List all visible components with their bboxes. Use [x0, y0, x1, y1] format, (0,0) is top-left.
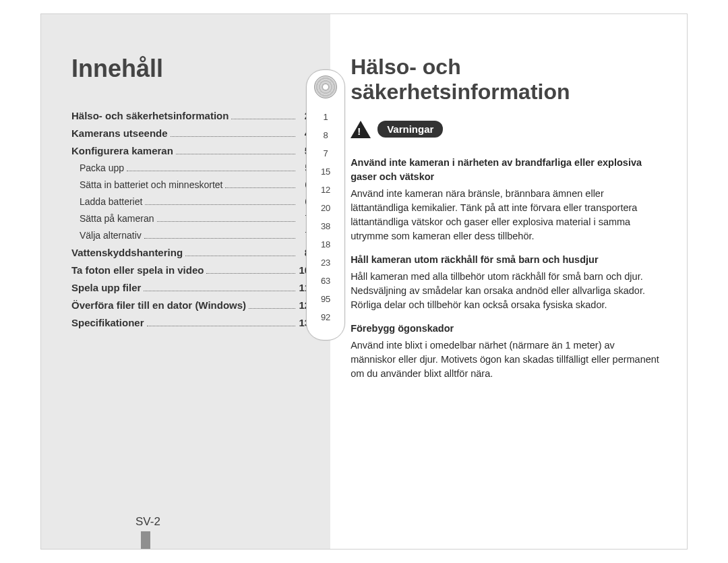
toc-label: Överföra filer till en dator (Windows)	[71, 299, 246, 311]
toc-leader-dots	[249, 301, 295, 309]
warning-pill: Varningar	[377, 121, 443, 138]
bookmark-number[interactable]: 7	[324, 148, 328, 158]
section-body: Använd inte kameran nära bränsle, brännb…	[351, 187, 660, 243]
toc-leader-dots	[147, 318, 296, 326]
toc-label: Spela upp filer	[71, 282, 141, 293]
bookmark-number[interactable]: 23	[321, 258, 330, 268]
bookmark-number[interactable]: 12	[321, 185, 330, 195]
toc-leader-dots	[176, 146, 295, 154]
toc-label: Sätta in batteriet och minneskortet	[80, 179, 222, 190]
toc-label: Packa upp	[80, 162, 124, 173]
section-heading: Håll kameran utom räckhåll för små barn …	[351, 253, 660, 267]
bookmark-number[interactable]: 18	[321, 239, 330, 249]
toc-row[interactable]: Överföra filer till en dator (Windows)12	[71, 299, 310, 312]
toc-row[interactable]: Hälso- och säkerhetsinformation2	[71, 110, 310, 122]
body-text: Använd inte kameran i närheten av brandf…	[351, 156, 660, 381]
bookmark-number[interactable]: 95	[321, 294, 330, 304]
bookmark-number[interactable]: 15	[321, 167, 330, 177]
toc-label: Ladda batteriet	[80, 196, 142, 207]
content-title: Hälso- och säkerhetsinformation	[351, 55, 660, 105]
toc-label: Hälso- och säkerhetsinformation	[71, 110, 229, 121]
section-body: Använd inte blixt i omedelbar närhet (nä…	[351, 338, 660, 381]
toc-leader-dots	[144, 283, 295, 291]
toc-leader-dots	[171, 129, 296, 137]
content-panel: Hälso- och säkerhetsinformation ! Varnin…	[330, 14, 687, 549]
bookmark-number[interactable]: 20	[321, 203, 330, 213]
toc-label: Vattenskyddshantering	[71, 247, 183, 258]
toc-row[interactable]: Vattenskyddshantering8	[71, 247, 310, 259]
toc-leader-dots	[231, 111, 295, 119]
page-tab	[141, 531, 150, 549]
toc-label: Specifikationer	[71, 317, 144, 328]
toc-leader-dots	[145, 198, 295, 205]
bookmark-strip: 187151220381823639592	[306, 69, 345, 340]
toc-row[interactable]: Ladda batteriet6	[71, 196, 310, 208]
toc-row[interactable]: Packa upp5	[71, 162, 310, 174]
bookmark-number[interactable]: 1	[324, 112, 328, 122]
toc-leader-dots	[225, 181, 295, 188]
toc-row[interactable]: Välja alternativ7	[71, 230, 310, 241]
toc-panel: Innehåll Hälso- och säkerhetsinformation…	[41, 14, 330, 549]
warning-triangle-icon: !	[351, 121, 371, 138]
bookmark-number[interactable]: 8	[324, 130, 328, 140]
toc-leader-dots	[206, 266, 295, 274]
section-body: Håll kameran med alla tillbehör utom räc…	[351, 270, 660, 312]
section-heading: Använd inte kameran i närheten av brandf…	[351, 156, 660, 184]
bookmark-number[interactable]: 38	[321, 221, 330, 231]
toc-row[interactable]: Konfigurera kameran5	[71, 145, 310, 157]
manual-spread: Innehåll Hälso- och säkerhetsinformation…	[40, 13, 688, 550]
toc-label: Konfigurera kameran	[71, 145, 173, 156]
toc-title: Innehåll	[71, 55, 310, 83]
toc-row[interactable]: Sätta på kameran7	[71, 213, 310, 225]
toc-leader-dots	[127, 164, 295, 171]
toc-row[interactable]: Specifikationer13	[71, 317, 310, 329]
toc-leader-dots	[157, 214, 296, 222]
toc-label: Sätta på kameran	[80, 213, 154, 224]
page-number: SV-2	[135, 515, 160, 529]
disc-icon	[314, 76, 337, 98]
toc-label: Välja alternativ	[80, 230, 142, 241]
bookmark-number[interactable]: 92	[321, 312, 330, 322]
toc-row[interactable]: Spela upp filer11	[71, 282, 310, 294]
toc-row[interactable]: Ta foton eller spela in video10	[71, 264, 310, 276]
section-heading: Förebygg ögonskador	[351, 322, 660, 336]
toc-row[interactable]: Kamerans utseende4	[71, 127, 310, 140]
bookmark-number[interactable]: 63	[321, 276, 330, 286]
toc-label: Kamerans utseende	[71, 127, 168, 139]
toc-leader-dots	[144, 231, 295, 239]
toc-row[interactable]: Sätta in batteriet och minneskortet6	[71, 179, 310, 191]
warning-row: ! Varningar	[351, 121, 660, 138]
toc-label: Ta foton eller spela in video	[71, 264, 204, 276]
toc-list: Hälso- och säkerhetsinformation2Kamerans…	[71, 110, 310, 329]
toc-leader-dots	[185, 248, 295, 256]
